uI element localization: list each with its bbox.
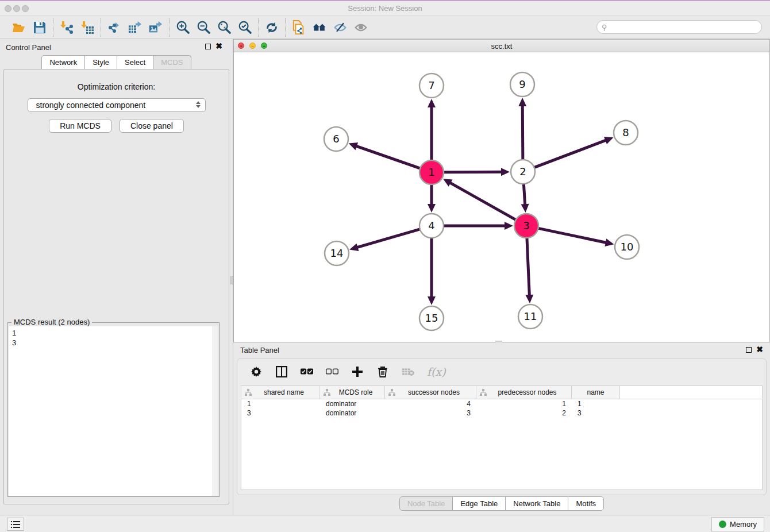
criterion-value: strongly connected component	[36, 101, 146, 110]
search-field[interactable]: ⚲	[596, 20, 762, 34]
import-network-icon[interactable]	[60, 21, 74, 34]
graph-node-label: 6	[333, 133, 339, 145]
optimization-criterion-label: Optimization criterion:	[4, 82, 229, 91]
column-header-name[interactable]: name	[572, 386, 620, 399]
graph-edge-arrowhead	[428, 99, 436, 107]
export-image-icon[interactable]	[149, 21, 163, 34]
close-panel-icon[interactable]: ✖	[215, 42, 222, 50]
graph-edge[interactable]	[523, 183, 525, 206]
show-column-icon[interactable]	[275, 365, 288, 378]
table-settings-icon[interactable]	[250, 365, 263, 378]
graph-node-label: 10	[621, 241, 634, 253]
zoom-fit-icon[interactable]	[217, 21, 231, 34]
column-tree-icon	[480, 389, 487, 396]
task-history-button[interactable]	[7, 518, 24, 531]
tab-style[interactable]: Style	[84, 55, 117, 69]
column-header-mcds-role[interactable]: MCDS role	[320, 386, 385, 399]
control-panel: Control Panel ✖ Network Style Select MCD…	[0, 39, 233, 515]
export-network-icon[interactable]	[107, 21, 121, 34]
zoom-selected-icon[interactable]	[238, 21, 252, 34]
delete-table-icon[interactable]	[402, 365, 414, 378]
control-panel-tabs: Network Style Select MCDS	[0, 55, 233, 69]
control-panel-title: Control Panel	[6, 43, 51, 52]
open-session-icon[interactable]	[12, 21, 26, 34]
graph-node-label: 9	[519, 78, 525, 90]
run-mcds-button[interactable]: Run MCDS	[49, 119, 111, 133]
tab-select[interactable]: Select	[117, 55, 153, 69]
network-title: scc.txt	[234, 42, 769, 51]
graph-edge[interactable]	[449, 182, 516, 220]
graph-node-label: 1	[428, 166, 434, 178]
function-builder-icon[interactable]: f(x)	[427, 365, 446, 378]
table-panel-title: Table Panel	[240, 346, 279, 354]
refresh-icon[interactable]	[265, 21, 279, 34]
graph-edge[interactable]	[522, 105, 523, 160]
select-all-icon[interactable]	[301, 365, 313, 378]
copy-network-icon[interactable]	[292, 21, 306, 34]
import-table-icon[interactable]	[80, 21, 94, 34]
graph-edge[interactable]	[355, 146, 421, 169]
hide-panel-icon[interactable]	[333, 21, 347, 34]
window-title: Session: New Session	[0, 4, 770, 13]
network-graph: 1234678910111415	[234, 52, 769, 342]
graph-node-label: 7	[428, 79, 434, 91]
table-close-icon[interactable]: ✖	[756, 345, 763, 353]
mcds-result-title: MCDS result (2 nodes)	[11, 318, 92, 326]
graph-node-label: 8	[622, 126, 629, 138]
zoom-in-icon[interactable]	[176, 21, 190, 34]
add-column-icon[interactable]	[351, 365, 364, 378]
table-toolbar: f(x)	[237, 359, 766, 384]
mcds-result-scrollbar[interactable]	[212, 326, 218, 496]
graph-edge[interactable]	[443, 172, 503, 172]
column-header-successor-nodes[interactable]: successor nodes	[385, 386, 476, 399]
table-container: f(x) shared name MCDS role successor nod…	[237, 358, 767, 495]
vertical-split-handle[interactable]	[230, 276, 233, 284]
graph-edge-arrowhead	[518, 98, 526, 106]
network-canvas[interactable]: 1234678910111415	[234, 52, 769, 342]
graph-node-label: 11	[524, 310, 537, 322]
delete-column-icon[interactable]	[376, 365, 389, 378]
tab-motifs[interactable]: Motifs	[568, 496, 604, 511]
home-icon[interactable]	[313, 21, 326, 34]
graph-edge[interactable]	[527, 237, 530, 296]
column-header-predecessor-nodes[interactable]: predecessor nodes	[476, 386, 572, 399]
show-panel-icon[interactable]	[354, 21, 368, 34]
search-input[interactable]	[607, 23, 761, 31]
table-row[interactable]: 1 dominator 4 1 1	[241, 399, 762, 408]
graph-edge-arrowhead	[521, 204, 529, 213]
column-tree-icon	[324, 389, 330, 396]
float-panel-icon[interactable]	[205, 44, 211, 49]
tab-mcds[interactable]: MCDS	[153, 55, 191, 69]
export-table-icon[interactable]	[128, 21, 142, 34]
criterion-dropdown[interactable]: strongly connected component	[28, 98, 206, 112]
deselect-all-icon[interactable]	[326, 365, 338, 378]
table-float-icon[interactable]	[746, 347, 752, 353]
memory-button[interactable]: Memory	[711, 517, 764, 531]
table-row[interactable]: 3 dominator 3 2 3	[241, 408, 762, 418]
tab-node-table[interactable]: Node Table	[399, 496, 453, 511]
table-header-row: shared name MCDS role successor nodes pr…	[241, 386, 762, 399]
graph-node-label: 4	[428, 219, 434, 232]
dropdown-stepper-icon	[196, 101, 201, 108]
graph-edge[interactable]	[356, 229, 421, 248]
mcds-tab-body: Optimization criterion: strongly connect…	[3, 69, 229, 504]
graph-edge-arrowhead	[501, 168, 510, 176]
close-panel-button[interactable]: Close panel	[120, 119, 184, 133]
graph-node-label: 3	[523, 219, 529, 232]
memory-status-icon	[719, 521, 726, 528]
save-session-icon[interactable]	[33, 21, 47, 34]
graph-node-label: 14	[330, 247, 344, 259]
application-window: Session: New Session	[0, 0, 770, 532]
mcds-result-text[interactable]: 1 3	[9, 326, 218, 496]
graph-edge-arrowhead	[428, 296, 436, 305]
graph-edge[interactable]	[538, 228, 607, 243]
graph-edge[interactable]	[534, 140, 607, 167]
table-tabs: Node Table Edge Table Network Table Moti…	[233, 496, 770, 511]
network-titlebar[interactable]: × – + scc.txt	[234, 40, 769, 52]
column-header-shared-name[interactable]: shared name	[241, 386, 320, 399]
tab-network[interactable]: Network	[41, 55, 85, 69]
table-panel: Table Panel ✖	[233, 342, 770, 515]
tab-edge-table[interactable]: Edge Table	[452, 496, 506, 511]
zoom-out-icon[interactable]	[197, 21, 210, 34]
tab-network-table[interactable]: Network Table	[505, 496, 568, 511]
